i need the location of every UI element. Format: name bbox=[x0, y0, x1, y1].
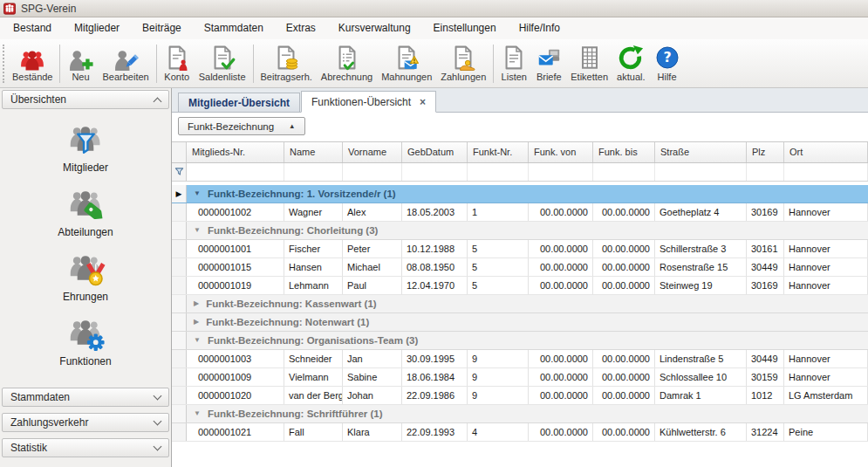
sidebar-section-zahlungsverkehr[interactable]: Zahlungsverkehr bbox=[2, 413, 169, 432]
filter-cell-funk-bis[interactable] bbox=[593, 163, 655, 181]
table-row[interactable]: 0000001001FischerPeter10.12.1988500.00.0… bbox=[172, 240, 868, 258]
toolbar-button-aktual[interactable]: aktual. bbox=[612, 43, 649, 85]
filter-cell-funk-von[interactable] bbox=[529, 163, 593, 181]
toolbar-button-zahlungen[interactable]: Zahlungen bbox=[436, 43, 490, 85]
toolbar-button-label: Etiketten bbox=[571, 72, 608, 82]
sidebar-section-stammdaten[interactable]: Stammdaten bbox=[2, 388, 169, 407]
toolbar-separator bbox=[59, 45, 60, 83]
group-collapse-icon[interactable]: ▼ bbox=[194, 227, 201, 234]
filter-cell-funkt-nr[interactable] bbox=[468, 163, 529, 181]
group-row[interactable]: ▶Funkt-Bezeichnung: Kassenwart (1) bbox=[172, 295, 868, 313]
group-collapse-icon[interactable]: ▼ bbox=[194, 190, 201, 197]
row-gutter bbox=[172, 203, 187, 221]
toolbar-button-saldenliste[interactable]: Saldenliste bbox=[195, 43, 250, 85]
column-header-funkt-nr[interactable]: Funkt-Nr. bbox=[468, 142, 529, 162]
cell-ort: Hannover bbox=[784, 258, 868, 276]
sidebar-item-mitglieder[interactable]: Mitglieder bbox=[63, 117, 108, 174]
title-bar[interactable]: SPG-Verein bbox=[0, 0, 868, 17]
filter-cell-strasse[interactable] bbox=[655, 163, 747, 181]
column-header-funk-bis[interactable]: Funk. bis bbox=[593, 142, 655, 162]
cell-name: Fall bbox=[284, 423, 343, 441]
reminder-mail-icon bbox=[393, 45, 420, 71]
group-row[interactable]: ▶Funkt-Bezeichnung: Notenwart (1) bbox=[172, 313, 868, 332]
table-row[interactable]: 0000001019LehmannPaul12.04.1970500.00.00… bbox=[172, 277, 868, 295]
column-header-mitglieds-nr[interactable]: Mitglieds-Nr. bbox=[187, 142, 284, 162]
filter-cell-gebdatum[interactable] bbox=[402, 163, 468, 181]
refresh-icon bbox=[618, 45, 644, 71]
cell-funk-bis: 00.00.0000 bbox=[593, 350, 655, 367]
filter-cell-name[interactable] bbox=[284, 163, 343, 181]
filter-cell-ort[interactable] bbox=[784, 163, 868, 181]
filter-cell-vorname[interactable] bbox=[343, 163, 402, 181]
cell-mitglieds-nr: 0000001009 bbox=[187, 368, 284, 386]
group-row-label: Funkt-Bezeichnung: Kassenwart (1) bbox=[206, 299, 377, 309]
content-area: Übersichten MitgliederAbteilungenEhrunge… bbox=[0, 88, 868, 467]
column-header-funk-von[interactable]: Funk. von bbox=[529, 142, 593, 162]
cell-strasse: Damrak 1 bbox=[655, 387, 747, 404]
toolbar-separator bbox=[156, 45, 157, 83]
column-header-plz[interactable]: Plz bbox=[747, 142, 784, 162]
table-row[interactable]: 0000001015HansenMichael08.08.1950500.00.… bbox=[172, 258, 868, 277]
toolbar-button-briefe[interactable]: Briefe bbox=[531, 43, 566, 85]
cell-name: Schneider bbox=[284, 350, 343, 367]
menu-item-mitglieder[interactable]: Mitglieder bbox=[63, 17, 131, 39]
menu-item-hilfe-info[interactable]: Hilfe/Info bbox=[508, 17, 571, 39]
tab-mitglieder-uebersicht[interactable]: Mitglieder-Übersicht bbox=[178, 93, 300, 112]
group-by-chip[interactable]: Funkt-Bezeichnung ▲ bbox=[178, 117, 305, 135]
column-header-vorname[interactable]: Vorname bbox=[343, 142, 402, 162]
toolbar-button-neu[interactable]: Neu bbox=[63, 43, 98, 85]
column-header-gebdatum[interactable]: GebDatum bbox=[402, 142, 468, 162]
group-row[interactable]: ▼Funkt-Bezeichnung: Chorleitung (3) bbox=[172, 222, 868, 240]
group-row[interactable]: ▼Funkt-Bezeichnung: Organisations-Team (… bbox=[172, 332, 868, 350]
row-gutter bbox=[172, 368, 187, 386]
cell-mitglieds-nr: 0000001019 bbox=[187, 277, 284, 294]
sidebar-item-funktionen[interactable]: Funktionen bbox=[59, 311, 111, 367]
toolbar-button-hilfe[interactable]: ?Hilfe bbox=[650, 43, 685, 85]
menu-item-extras[interactable]: Extras bbox=[275, 17, 327, 39]
toolbar-button-mahnungen[interactable]: Mahnungen bbox=[377, 43, 436, 85]
sidebar-section-statistik[interactable]: Statistik bbox=[2, 438, 169, 457]
tab-close-icon[interactable]: × bbox=[420, 97, 426, 107]
sidebar-section-uebersichten[interactable]: Übersichten bbox=[2, 90, 169, 109]
toolbar-button-abrechnung[interactable]: Abrechnung bbox=[317, 43, 377, 85]
table-row[interactable]: 0000001021FallKlara22.09.1993400.00.0000… bbox=[172, 423, 868, 442]
column-header-ort[interactable]: Ort bbox=[784, 142, 868, 162]
menu-item-kursverwaltung[interactable]: Kursverwaltung bbox=[327, 17, 422, 39]
toolbar-button-etiketten[interactable]: Etiketten bbox=[566, 43, 612, 85]
toolbar-button-bestaende[interactable]: Bestände bbox=[8, 43, 57, 85]
column-header-strasse[interactable]: Straße bbox=[655, 142, 747, 162]
group-row[interactable]: ▶▼Funkt-Bezeichnung: 1. Vorsitzende/r (1… bbox=[172, 185, 868, 203]
filter-cell-plz[interactable] bbox=[747, 163, 784, 181]
menu-item-einstellungen[interactable]: Einstellungen bbox=[422, 17, 508, 39]
menu-item-bestand[interactable]: Bestand bbox=[2, 17, 63, 39]
cell-plz: 30449 bbox=[747, 258, 784, 276]
column-header-name[interactable]: Name bbox=[284, 142, 343, 162]
group-row[interactable]: ▼Funkt-Bezeichnung: Schriftführer (1) bbox=[172, 405, 868, 423]
table-row[interactable]: 0000001003SchneiderJan30.09.1995900.00.0… bbox=[172, 350, 868, 368]
tab-bar: Mitglieder-ÜbersichtFunktionen-Übersicht… bbox=[172, 88, 868, 113]
filter-cell-mitglieds-nr[interactable] bbox=[187, 163, 284, 181]
tab-funktionen-uebersicht[interactable]: Funktionen-Übersicht× bbox=[301, 91, 436, 113]
menu-item-stammdaten[interactable]: Stammdaten bbox=[193, 17, 275, 39]
table-row[interactable]: 0000001002WagnerAlex18.05.2003100.00.000… bbox=[172, 203, 868, 222]
cell-mitglieds-nr: 0000001015 bbox=[187, 258, 284, 276]
group-collapse-icon[interactable]: ▼ bbox=[194, 337, 201, 344]
group-expand-icon[interactable]: ▶ bbox=[194, 300, 199, 307]
table-row[interactable]: 0000001009VielmannSabine18.06.1984900.00… bbox=[172, 368, 868, 387]
toolbar-grip[interactable] bbox=[3, 45, 5, 83]
toolbar-button-konto[interactable]: Konto bbox=[160, 43, 195, 85]
toolbar-button-listen[interactable]: Listen bbox=[496, 43, 531, 85]
toolbar-button-bearbeiten[interactable]: Bearbeiten bbox=[98, 43, 153, 85]
menu-item-beitraege[interactable]: Beiträge bbox=[131, 17, 193, 39]
sidebar-item-ehrungen[interactable]: Ehrungen bbox=[63, 246, 108, 303]
chevron-down-icon bbox=[154, 417, 162, 426]
table-row[interactable]: 0000001020van der BergJohan22.09.1986900… bbox=[172, 387, 868, 405]
cell-mitglieds-nr: 0000001003 bbox=[187, 350, 284, 367]
group-collapse-icon[interactable]: ▼ bbox=[194, 410, 201, 417]
group-row-body: ▼Funkt-Bezeichnung: Chorleitung (3) bbox=[187, 222, 868, 239]
cell-plz: 30169 bbox=[747, 203, 784, 221]
toolbar-button-beitragserh[interactable]: Beitragserh. bbox=[256, 43, 317, 85]
group-row-body: ▶Funkt-Bezeichnung: Kassenwart (1) bbox=[187, 295, 868, 312]
sidebar-item-abteilungen[interactable]: Abteilungen bbox=[58, 182, 113, 238]
group-expand-icon[interactable]: ▶ bbox=[194, 319, 199, 326]
